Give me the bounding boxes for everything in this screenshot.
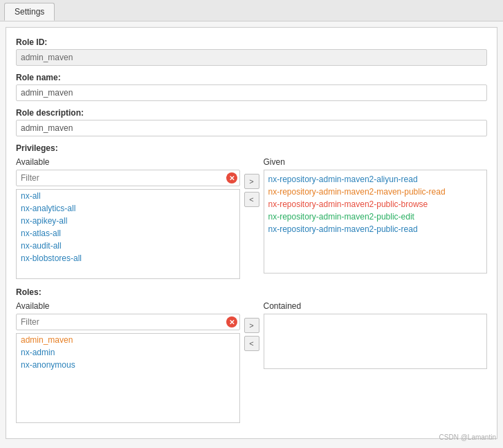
given-item[interactable]: nx-repository-admin-maven2-maven-public-… xyxy=(268,186,483,198)
list-item[interactable]: nx-apikey-all xyxy=(17,215,239,227)
tab-settings[interactable]: Settings xyxy=(4,3,55,21)
given-item[interactable]: nx-repository-admin-maven2-aliyun-read xyxy=(268,173,483,186)
roles-available-title: Available xyxy=(16,301,240,311)
roles-move-right-button[interactable]: > xyxy=(244,318,259,333)
privileges-dual-list: Available ✕ nx-all nx-analytics-all nx-a… xyxy=(16,157,487,279)
role-id-label: Role ID: xyxy=(16,37,487,47)
roles-available-panel: Available ✕ admin_maven nx-admin nx-anon… xyxy=(16,301,240,423)
privileges-available-title: Available xyxy=(16,157,240,167)
roles-contained-panel: Contained xyxy=(264,301,488,369)
list-item[interactable]: nx-blobstores-all xyxy=(17,252,239,265)
role-description-label: Role description: xyxy=(16,108,487,118)
privileges-label: Privileges: xyxy=(16,143,487,153)
roles-available-list[interactable]: admin_maven nx-admin nx-anonymous xyxy=(16,333,240,423)
privileges-given-list[interactable]: nx-repository-admin-maven2-aliyun-read n… xyxy=(264,170,488,274)
list-item[interactable]: nx-atlas-all xyxy=(17,227,239,240)
roles-contained-list[interactable] xyxy=(264,314,488,369)
main-content: Role ID: Role name: Role description: Pr… xyxy=(6,27,497,439)
role-id-section: Role ID: xyxy=(16,37,487,66)
role-description-section: Role description: xyxy=(16,108,487,136)
privileges-move-right-button[interactable]: > xyxy=(244,174,259,189)
privileges-filter-wrapper: ✕ xyxy=(16,170,240,186)
privileges-arrow-buttons: > < xyxy=(240,157,264,207)
given-item[interactable]: nx-repository-admin-maven2-public-edit xyxy=(268,210,483,223)
privileges-move-left-button[interactable]: < xyxy=(244,192,259,207)
roles-arrow-buttons: > < xyxy=(240,301,264,351)
list-item[interactable]: admin_maven xyxy=(17,334,239,346)
roles-label: Roles: xyxy=(16,287,487,297)
given-item[interactable]: nx-repository-admin-maven2-public-browse xyxy=(268,198,483,210)
roles-section: Roles: Available ✕ admin_maven nx-admin … xyxy=(16,287,487,423)
list-item[interactable]: nx-analytics-all xyxy=(17,202,239,215)
roles-filter-input[interactable] xyxy=(16,314,240,330)
list-item[interactable]: nx-anonymous xyxy=(17,359,239,371)
list-item[interactable]: nx-admin xyxy=(17,346,239,359)
role-description-input[interactable] xyxy=(16,120,487,136)
privileges-available-panel: Available ✕ nx-all nx-analytics-all nx-a… xyxy=(16,157,240,279)
list-item[interactable]: nx-all xyxy=(17,190,239,202)
privileges-filter-input[interactable] xyxy=(16,170,240,186)
watermark: CSDN @Lamantin xyxy=(439,433,496,441)
role-name-section: Role name: xyxy=(16,73,487,101)
roles-contained-title: Contained xyxy=(264,301,488,311)
privileges-section: Privileges: Available ✕ nx-all nx-analyt… xyxy=(16,143,487,279)
list-item[interactable]: nx-audit-all xyxy=(17,240,239,252)
given-item[interactable]: nx-repository-admin-maven2-public-read xyxy=(268,223,483,235)
tab-bar: Settings xyxy=(0,0,503,21)
roles-dual-list: Available ✕ admin_maven nx-admin nx-anon… xyxy=(16,301,487,423)
privileges-available-list[interactable]: nx-all nx-analytics-all nx-apikey-all nx… xyxy=(16,189,240,279)
roles-move-left-button[interactable]: < xyxy=(244,336,259,351)
privileges-filter-clear[interactable]: ✕ xyxy=(226,172,237,183)
privileges-given-panel: Given nx-repository-admin-maven2-aliyun-… xyxy=(264,157,488,274)
role-name-label: Role name: xyxy=(16,73,487,82)
role-id-input[interactable] xyxy=(16,49,487,66)
roles-filter-wrapper: ✕ xyxy=(16,314,240,330)
roles-filter-clear[interactable]: ✕ xyxy=(226,316,237,328)
privileges-given-title: Given xyxy=(264,157,488,167)
role-name-input[interactable] xyxy=(16,84,487,101)
